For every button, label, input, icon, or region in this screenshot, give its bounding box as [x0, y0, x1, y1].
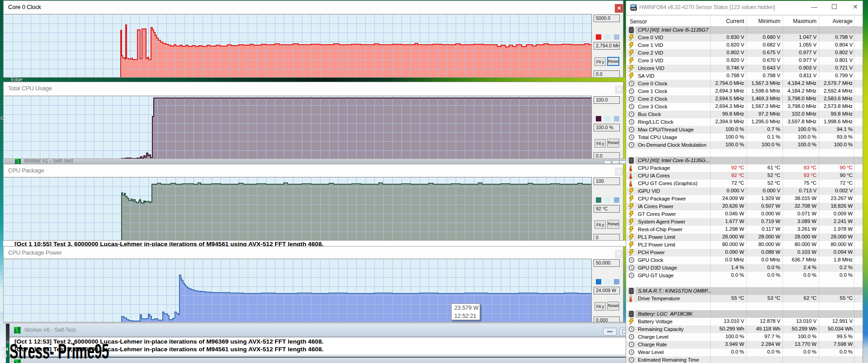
svg-text:2-1: 2-1	[14, 329, 20, 334]
svg-text:2-1: 2-1	[15, 160, 21, 164]
